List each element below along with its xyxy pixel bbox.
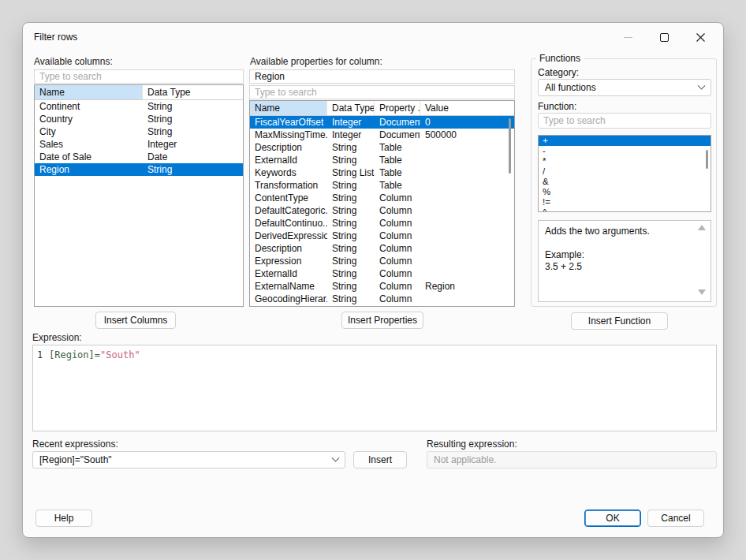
property-scope: Column xyxy=(375,205,420,216)
property-scope: Column xyxy=(375,256,420,267)
property-name: GeocodingHierar... xyxy=(250,293,327,304)
function-list-scrollbar-thumb[interactable] xyxy=(706,150,708,169)
property-scope: Column xyxy=(375,192,420,203)
property-row[interactable]: TransformationStringTable xyxy=(250,179,514,192)
property-row[interactable]: DefaultCategoric...StringColumn xyxy=(250,204,514,217)
function-list-items: +-*/&%!=^ xyxy=(539,136,711,212)
property-datatype: String xyxy=(327,268,375,279)
function-item[interactable]: - xyxy=(539,146,711,156)
properties-header-name[interactable]: Name xyxy=(250,101,327,115)
property-name: ExternalId xyxy=(250,268,327,279)
insert-columns-button[interactable]: Insert Columns xyxy=(95,312,176,329)
category-dropdown[interactable]: All functions xyxy=(538,79,711,96)
property-datatype: Integer xyxy=(327,129,375,140)
property-scope: Table xyxy=(375,142,420,153)
close-icon xyxy=(696,32,706,43)
property-row[interactable]: FiscalYearOffsetIntegerDocument0 xyxy=(250,116,514,129)
function-search-input[interactable] xyxy=(538,113,711,129)
properties-scrollbar-thumb[interactable] xyxy=(509,118,511,174)
columns-header-datatype[interactable]: Data Type xyxy=(143,85,243,99)
property-datatype: String List xyxy=(327,167,375,178)
function-item[interactable]: + xyxy=(539,136,711,146)
columns-search-input[interactable] xyxy=(34,69,244,84)
column-datatype: String xyxy=(143,126,243,137)
function-item[interactable]: & xyxy=(539,177,711,187)
columns-header-name[interactable]: Name xyxy=(35,85,143,99)
property-row[interactable]: ContentTypeStringColumn xyxy=(250,192,514,204)
column-row[interactable]: CountryString xyxy=(35,113,243,125)
scroll-down-icon[interactable] xyxy=(698,289,706,295)
column-row[interactable]: CityString xyxy=(35,125,243,138)
function-item[interactable]: * xyxy=(539,156,711,166)
property-row[interactable]: ExternalNameStringColumnRegion xyxy=(250,280,514,293)
column-datatype: String xyxy=(143,114,243,125)
available-properties-table: Name Data Type Property ... Value Fiscal… xyxy=(249,100,515,307)
property-row[interactable]: ExternalIdStringColumn xyxy=(250,267,514,280)
property-row[interactable]: DescriptionStringTable xyxy=(250,141,514,154)
property-scope: Table xyxy=(375,180,420,191)
column-datatype: String xyxy=(143,164,243,175)
functions-group: Functions Category: All functions Functi… xyxy=(531,58,717,307)
property-datatype: String xyxy=(327,218,375,229)
property-row[interactable]: KeywordsString ListTable xyxy=(250,166,514,179)
chevron-down-icon xyxy=(332,454,340,461)
property-row[interactable]: ExpressionStringColumn xyxy=(250,255,514,267)
close-button[interactable] xyxy=(682,24,718,50)
filter-rows-dialog: Filter rows Available columns: Name Data… xyxy=(22,22,724,538)
properties-header-datatype[interactable]: Data Type xyxy=(327,101,375,115)
function-list: +-*/&%!=^ xyxy=(538,135,711,212)
property-datatype: String xyxy=(327,205,375,216)
available-columns-label: Available columns: xyxy=(34,56,113,67)
expression-label: Expression: xyxy=(32,332,82,343)
ok-button[interactable]: OK xyxy=(584,510,641,527)
resulting-expression-field: Not applicable. xyxy=(427,451,717,469)
column-row[interactable]: Date of SaleDate xyxy=(35,151,243,163)
property-datatype: String xyxy=(327,230,375,241)
column-row[interactable]: RegionString xyxy=(35,163,243,176)
property-scope: Document xyxy=(375,129,420,140)
category-value: All functions xyxy=(545,82,596,93)
expression-editor[interactable]: 1 [Region]="South" xyxy=(32,345,717,431)
insert-properties-button[interactable]: Insert Properties xyxy=(341,312,423,329)
chevron-down-icon xyxy=(698,81,706,89)
resulting-expression-label: Resulting expression: xyxy=(427,439,517,450)
properties-header-property[interactable]: Property ... xyxy=(375,101,420,115)
property-scope: Column xyxy=(375,293,420,304)
scroll-up-icon[interactable] xyxy=(698,225,706,230)
property-name: Description xyxy=(250,243,327,254)
available-columns-rows: ContinentStringCountryStringCityStringSa… xyxy=(35,100,243,176)
title-bar[interactable]: Filter rows xyxy=(23,23,723,51)
maximize-button[interactable] xyxy=(646,24,682,50)
property-row[interactable]: DefaultContinuo...StringColumn xyxy=(250,217,514,230)
property-row[interactable]: MaxMissingTime...IntegerDocument500000 xyxy=(250,129,514,141)
function-item[interactable]: % xyxy=(539,187,711,197)
property-name: DefaultContinuo... xyxy=(250,218,327,229)
desktop: { "window": { "title": "Filter rows" }, … xyxy=(0,0,746,560)
function-item[interactable]: != xyxy=(539,197,711,207)
expression-code: [Region]="South" xyxy=(49,349,140,360)
property-name: Keywords xyxy=(250,167,327,178)
column-row[interactable]: ContinentString xyxy=(35,100,243,113)
recent-expressions-dropdown[interactable]: [Region]="South" xyxy=(32,451,345,469)
property-name: Expression xyxy=(250,256,327,267)
property-row[interactable]: DescriptionStringColumn xyxy=(250,242,514,255)
property-scope: Column xyxy=(375,230,420,241)
property-datatype: String xyxy=(327,281,375,292)
property-datatype: String xyxy=(327,155,375,166)
function-item[interactable]: / xyxy=(539,166,711,177)
function-item[interactable]: ^ xyxy=(539,207,711,212)
cancel-button[interactable]: Cancel xyxy=(647,510,704,527)
column-row[interactable]: SalesInteger xyxy=(35,138,243,151)
column-datatype: Date xyxy=(143,151,243,162)
property-row[interactable]: ExternalIdStringTable xyxy=(250,154,514,166)
insert-recent-button[interactable]: Insert xyxy=(353,451,407,469)
window-controls xyxy=(610,24,718,50)
insert-function-button[interactable]: Insert Function xyxy=(571,312,668,330)
property-datatype: String xyxy=(327,192,375,203)
help-button[interactable]: Help xyxy=(35,510,92,527)
category-label: Category: xyxy=(538,67,579,78)
properties-header-value[interactable]: Value xyxy=(420,101,514,115)
property-row[interactable]: DerivedExpressionStringColumn xyxy=(250,230,514,242)
property-row[interactable]: GeocodingHierar...StringColumn xyxy=(250,293,514,305)
properties-search-input[interactable] xyxy=(249,85,515,99)
